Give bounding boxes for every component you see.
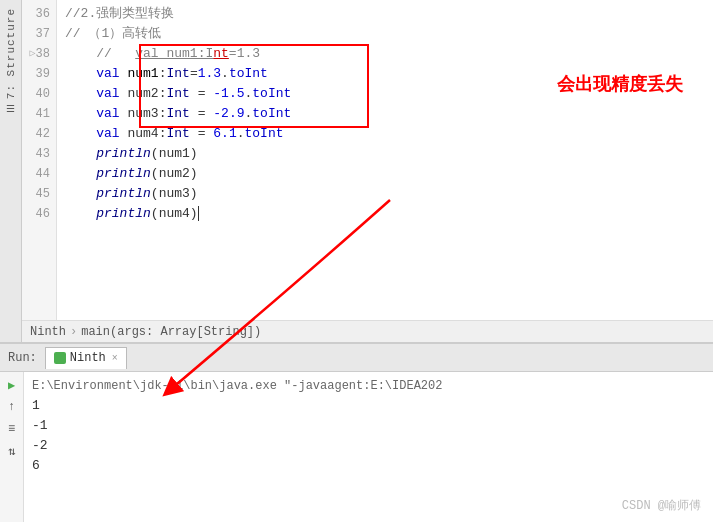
code-line-41: val num3:Int = -2.9.toInt (65, 104, 705, 124)
run-tab-icon (54, 352, 66, 364)
code-line-37: // （1）高转低 (65, 24, 705, 44)
output-line-1: 1 (32, 396, 705, 416)
precision-annotation: 会出现精度丢失 (557, 72, 683, 96)
structure-panel: 7: Structure ☰ (0, 0, 22, 342)
run-label: Run: (8, 351, 37, 365)
run-output: E:\Environment\jdk-11\bin\java.exe "-jav… (24, 372, 713, 522)
line-numbers: 36 37 ▷38 39 40 41 42 43 44 45 46 (22, 0, 57, 320)
breadcrumb-ninth: Ninth (30, 325, 66, 339)
line-num-39: 39 (22, 64, 56, 84)
code-line-38: // val num1:Int=1.3 (65, 44, 705, 64)
run-tab-name: Ninth (70, 351, 106, 365)
code-line-45: println(num3) (65, 184, 705, 204)
line-num-38: ▷38 (22, 44, 56, 64)
output-line-3: -2 (32, 436, 705, 456)
line-num-36: 36 (22, 4, 56, 24)
line-num-46: 46 (22, 204, 56, 224)
output-line-2: -1 (32, 416, 705, 436)
comment-37: // （1）高转低 (65, 26, 161, 41)
breadcrumb-main: main(args: Array[String]) (81, 325, 261, 339)
code-line-42: val num4:Int = 6.1.toInt (65, 124, 705, 144)
run-filter-button[interactable]: ≡ (3, 420, 21, 438)
output-line-4: 6 (32, 456, 705, 476)
run-tabs: Run: Ninth × (0, 344, 713, 372)
breadcrumb-sep: › (70, 325, 77, 339)
run-panel: Run: Ninth × ▶ ↑ ≡ ⇅ E:\Environment\jdk-… (0, 342, 713, 522)
run-command-text: E:\Environment\jdk-11\bin\java.exe "-jav… (32, 379, 442, 393)
watermark: CSDN @喻师傅 (622, 497, 701, 514)
code-editor: 36 37 ▷38 39 40 41 42 43 44 45 46 //2.强制… (22, 0, 713, 320)
run-content: ▶ ↑ ≡ ⇅ E:\Environment\jdk-11\bin\java.e… (0, 372, 713, 522)
comment-36: //2.强制类型转换 (65, 6, 174, 21)
line-num-43: 43 (22, 144, 56, 164)
fold-marker-38[interactable]: ▷ (30, 44, 36, 64)
line-num-40: 40 (22, 84, 56, 104)
line-num-45: 45 (22, 184, 56, 204)
code-lines[interactable]: //2.强制类型转换 // （1）高转低 // val num1:Int=1.3… (57, 0, 713, 320)
run-tab-ninth[interactable]: Ninth × (45, 347, 127, 369)
code-line-36: //2.强制类型转换 (65, 4, 705, 24)
line-num-44: 44 (22, 164, 56, 184)
line-num-41: 41 (22, 104, 56, 124)
run-command: E:\Environment\jdk-11\bin\java.exe "-jav… (32, 376, 705, 396)
run-toolbar: ▶ ↑ ≡ ⇅ (0, 372, 24, 522)
structure-label: 7: Structure (5, 8, 17, 99)
run-tab-close[interactable]: × (112, 353, 118, 364)
line-num-42: 42 (22, 124, 56, 144)
run-up-button[interactable]: ↑ (3, 398, 21, 416)
code-line-44: println(num2) (65, 164, 705, 184)
line-num-37: 37 (22, 24, 56, 44)
code-line-46: println(num4) (65, 204, 705, 224)
structure-icon: ☰ (6, 103, 15, 115)
comment-38: // val num1:Int=1.3 (65, 46, 260, 61)
code-container: 36 37 ▷38 39 40 41 42 43 44 45 46 //2.强制… (22, 0, 713, 342)
code-line-43: println(num1) (65, 144, 705, 164)
run-play-button[interactable]: ▶ (3, 376, 21, 394)
breadcrumb-bar: Ninth › main(args: Array[String]) (22, 320, 713, 342)
run-sort-button[interactable]: ⇅ (3, 442, 21, 460)
